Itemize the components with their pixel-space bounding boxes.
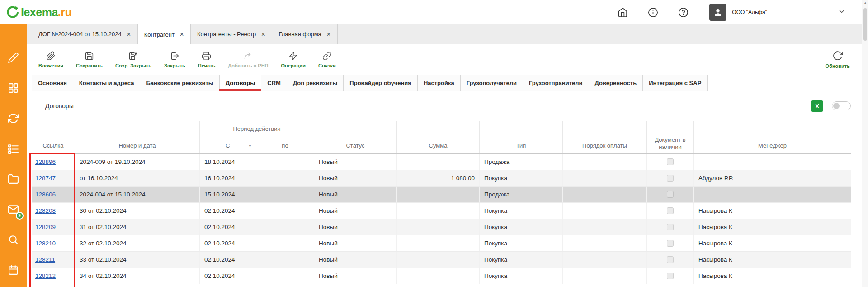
subtab-4[interactable]: Договоры (219, 75, 261, 91)
home-icon[interactable] (617, 7, 628, 18)
subtab-12[interactable]: Интеграция с SAP (642, 75, 708, 91)
sync-icon[interactable] (8, 112, 19, 124)
edit-icon[interactable] (8, 52, 19, 63)
table-header: Ссылка Номер и дата Период действия С ▼ … (32, 121, 851, 154)
cell-type: Покупка (479, 252, 562, 268)
sort-indicator-icon[interactable]: ▼ (248, 144, 252, 148)
doc-available-checkbox[interactable] (667, 175, 674, 182)
lexema-logo[interactable]: lexema.ru (5, 5, 71, 19)
subtab-8[interactable]: Настройка (417, 75, 461, 91)
contract-link[interactable]: 128896 (35, 158, 56, 165)
user-avatar[interactable] (709, 4, 726, 21)
subtab-10[interactable]: Грузоотправители (523, 75, 589, 91)
cell-status: Новый (314, 187, 396, 202)
column-header-doc-available[interactable]: Документ в наличии (646, 121, 693, 153)
search-icon[interactable] (8, 234, 19, 245)
contract-link[interactable]: 128747 (35, 175, 56, 182)
doc-available-checkbox[interactable] (667, 191, 674, 198)
contract-link[interactable]: 128209 (35, 224, 56, 230)
table-row[interactable]: 12820931 от 02.10.202402.10.2024НовыйПок… (32, 219, 851, 235)
close-button[interactable]: Закрыть (164, 51, 185, 68)
column-header-payment-order[interactable]: Порядок оплаты (562, 121, 646, 153)
scrollbar-thumb[interactable] (863, 8, 867, 41)
cell-sum (396, 219, 479, 235)
column-header-sum[interactable]: Сумма (396, 121, 479, 153)
tab-close-icon[interactable]: ✕ (261, 31, 265, 38)
doc-available-checkbox[interactable] (667, 207, 674, 214)
info-icon[interactable] (647, 7, 658, 18)
excel-export-button[interactable]: X (811, 100, 823, 112)
contract-link[interactable]: 128606 (35, 191, 56, 198)
cell-type: Покупка (479, 203, 562, 219)
tab-close-icon[interactable]: ✕ (127, 31, 131, 38)
tab-1[interactable]: ДОГ №2024-004 от 15.10.2024✕ (32, 24, 138, 44)
floppy-icon (85, 51, 94, 61)
table-settings-toggle[interactable] (832, 101, 851, 110)
cell-sum: 1 080.00 (396, 170, 479, 186)
mail-icon[interactable]: 9 (8, 203, 19, 215)
column-header-number-date[interactable]: Номер и дата (75, 121, 199, 153)
vertical-scrollbar[interactable]: ▲ (862, 0, 868, 287)
cell-from: 02.10.2024 (199, 268, 256, 284)
chevron-down-icon[interactable] (837, 7, 846, 18)
cell-link: 128747 (32, 170, 75, 186)
links-button[interactable]: Связки (318, 51, 336, 68)
column-header-to[interactable]: по (256, 137, 314, 153)
calendar-icon[interactable] (8, 264, 19, 276)
scroll-up-icon[interactable]: ▲ (862, 1, 868, 5)
table-row[interactable]: 128747от 16.10.202416.10.2024Новый1 080.… (32, 170, 851, 187)
save-close-button[interactable]: Сохр. Закрыть (115, 51, 151, 68)
cell-sum (396, 203, 479, 219)
print-button[interactable]: Печать (198, 51, 215, 68)
cell-sum (396, 268, 479, 284)
subtab-3[interactable]: Банковские реквизиты (140, 75, 220, 91)
tab-4[interactable]: Главная форма✕ (272, 24, 337, 44)
cell-link: 128606 (32, 187, 75, 202)
contract-link[interactable]: 128210 (35, 240, 56, 247)
column-header-link[interactable]: Ссылка (32, 121, 75, 153)
doc-available-checkbox[interactable] (667, 224, 674, 230)
contract-link[interactable]: 128212 (35, 273, 56, 279)
subtab-11[interactable]: Доверенность (589, 75, 643, 91)
table-row[interactable]: 12820830 от 02.10.202402.10.2024НовыйПок… (32, 203, 851, 219)
toggle-knob (833, 103, 840, 109)
doc-available-checkbox[interactable] (667, 273, 674, 279)
table-row[interactable]: 1288962024-009 от 19.10.202418.10.2024Но… (32, 154, 851, 170)
refresh-button[interactable]: Обновить (826, 50, 850, 69)
contract-link[interactable]: 128208 (35, 207, 56, 214)
list-icon[interactable] (8, 143, 19, 154)
table-row[interactable]: 12821133 от 02.10.202402.10.2024НовыйПок… (32, 252, 851, 268)
modules-grid-icon[interactable] (8, 82, 19, 94)
operations-button[interactable]: Операции (281, 51, 306, 68)
column-header-status[interactable]: Статус (314, 121, 396, 153)
cell-to (256, 187, 314, 202)
table-row[interactable]: 1286062024-004 от 15.10.202415.10.2024Но… (32, 187, 851, 203)
subtab-9[interactable]: Грузополучатели (460, 75, 523, 91)
column-header-manager[interactable]: Менеджер (693, 121, 851, 153)
help-icon[interactable] (678, 7, 689, 18)
brand-name: lexema (21, 6, 58, 19)
tab-2[interactable]: Контрагент✕ (138, 24, 191, 44)
subtab-7[interactable]: Провайдер обучения (343, 75, 418, 91)
cell-payment_order (562, 252, 646, 268)
contract-link[interactable]: 128211 (35, 256, 55, 263)
cell-number_date: 33 от 02.10.2024 (75, 252, 199, 268)
table-row[interactable]: 12821234 от 02.10.202402.10.2024НовыйПок… (32, 268, 851, 284)
subtab-1[interactable]: Основная (32, 75, 73, 91)
attachments-button[interactable]: Вложения (38, 51, 63, 68)
column-header-type[interactable]: Тип (479, 121, 562, 153)
subtab-6[interactable]: Доп реквизиты (287, 75, 344, 91)
subtab-2[interactable]: Контакты и адреса (73, 75, 141, 91)
tab-close-icon[interactable]: ✕ (179, 31, 184, 38)
cell-manager: Насырова К (693, 219, 851, 235)
doc-available-checkbox[interactable] (667, 256, 674, 263)
column-header-from[interactable]: С ▼ (199, 137, 256, 153)
table-row[interactable]: 12821032 от 02.10.202402.10.2024НовыйПок… (32, 235, 851, 252)
save-button[interactable]: Сохранить (76, 51, 103, 68)
doc-available-checkbox[interactable] (667, 158, 674, 165)
doc-available-checkbox[interactable] (667, 240, 674, 247)
subtab-5[interactable]: CRM (261, 75, 287, 91)
tab-3[interactable]: Контрагенты - Реестр✕ (191, 24, 272, 44)
tab-close-icon[interactable]: ✕ (326, 31, 331, 38)
folder-icon[interactable] (8, 173, 19, 185)
